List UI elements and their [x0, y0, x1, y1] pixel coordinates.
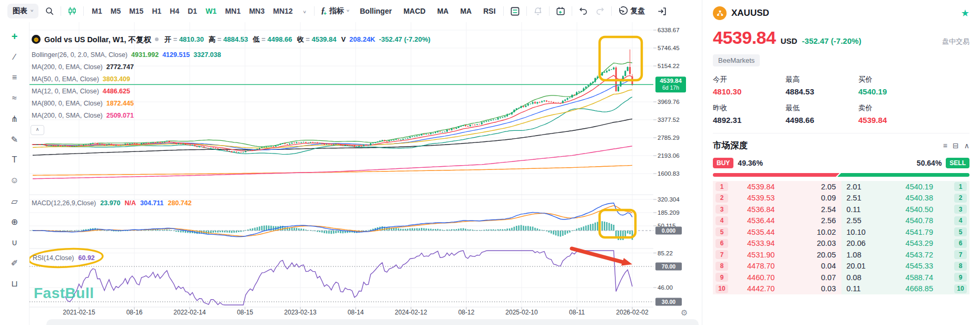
depth-row[interactable]: 34536.842.540.114540.503 [713, 204, 969, 215]
ma-legend-row[interactable]: MA(12, 0, EMA, Close)4486.625 [32, 87, 430, 95]
replay-button[interactable]: 复盘 [617, 5, 646, 17]
economic-calendar-button[interactable] [555, 5, 566, 17]
ask-price: 4588.74 [888, 273, 955, 282]
timeframe-m15[interactable]: M15 [126, 5, 146, 17]
sell-percent: 50.64% [917, 159, 942, 167]
equals-sign: = [173, 35, 179, 43]
ma-legend-row[interactable]: MA(200, 0, SMA, Close)2509.071 [32, 111, 430, 120]
stat-最低: 最低4498.66 [786, 103, 858, 125]
ma-legend-row[interactable]: MA(200, 0, EMA, Close)2772.747 [32, 63, 430, 71]
favorite-star-icon[interactable]: ★ [961, 7, 969, 19]
collapse-panel-button[interactable] [656, 5, 668, 17]
undo-button[interactable] [577, 5, 589, 17]
redo-button[interactable] [594, 5, 606, 17]
depth-collapse-icon[interactable]: ∧ [964, 141, 969, 150]
stat-value: 4539.84 [858, 116, 969, 125]
ma-legend-row[interactable]: MA(800, 0, EMA, Close)1872.445 [32, 99, 430, 108]
price-row: 4539.84 USD -352.47 (-7.20%) 盘中交易 [713, 27, 969, 48]
timeframe-m1[interactable]: M1 [89, 5, 104, 17]
candle-style-button[interactable] [66, 5, 78, 17]
indicator-button-rsi[interactable]: RSI [481, 5, 497, 17]
timeframe-w1[interactable]: W1 [203, 5, 219, 17]
collapsed-bottom-panel[interactable] [46, 319, 699, 325]
timeframe-mn12[interactable]: MN12 [270, 5, 295, 17]
svg-text:6338.67: 6338.67 [658, 27, 680, 33]
ohlc-value: 4810.30 [179, 35, 204, 43]
ask-rank-badge: 5 [954, 227, 967, 236]
pencil-tool[interactable]: ✐ [7, 256, 23, 270]
bid-price: 4535.44 [747, 228, 788, 236]
svg-text:2022-02-14: 2022-02-14 [173, 309, 206, 316]
timeframe-mn1[interactable]: MN1 [222, 5, 243, 17]
depth-list-view-icon[interactable]: ≡ [943, 141, 947, 150]
unlock-tool[interactable]: ⊔ [7, 276, 23, 290]
depth-row[interactable]: 14539.842.052.014540.191 [713, 181, 969, 193]
divider [503, 6, 504, 16]
bollinger-legend[interactable]: Bollinger(26, 0, 2.0, SMA, Close) 4931.9… [32, 51, 430, 59]
legend-collapse-button[interactable]: ∧ [31, 125, 44, 135]
chart-settings-gear-icon[interactable]: ⚙ [681, 308, 688, 318]
ohlc-item-1: 高 = 4884.53 [209, 35, 248, 44]
shape-tool[interactable]: ▱ [7, 194, 23, 208]
timeframe-m5[interactable]: M5 [108, 5, 123, 17]
replay-label: 复盘 [631, 6, 645, 16]
ask-volume: 2.51 [841, 194, 888, 202]
indicator-button-ma[interactable]: MA [435, 5, 451, 17]
timeframe-more[interactable]: ˅ [301, 5, 309, 17]
ma-value: 1872.445 [106, 99, 134, 108]
timeframe-h4[interactable]: H4 [167, 5, 182, 17]
depth-row[interactable]: 54535.4410.0210.104541.795 [713, 226, 969, 238]
macd-legend[interactable]: MACD(12,26,9,Close) 23.970 N/A 304.711 2… [32, 199, 192, 207]
depth-row[interactable]: 24539.530.092.514540.382 [713, 193, 969, 204]
alert-button[interactable] [532, 5, 544, 17]
depth-row[interactable]: 44536.442.562.554540.784 [713, 215, 969, 227]
depth-row[interactable]: 104442.700.030.114668.8510 [713, 283, 969, 295]
timeframe-mn3[interactable]: MN3 [247, 5, 268, 17]
ma-legend-row[interactable]: MA(50, 0, EMA, Close)3803.409 [32, 75, 430, 83]
ask-rank-badge: 10 [954, 284, 967, 293]
search-button[interactable] [44, 5, 55, 17]
broker-tag[interactable]: BeeMarkets [713, 54, 760, 66]
svg-text:6d 17h: 6d 17h [662, 84, 679, 91]
svg-text:3377.52: 3377.52 [658, 117, 680, 123]
indicators-menu[interactable]: ƒ+ 指标 ˅ [320, 5, 350, 17]
gold-coin-icon: ◍ [32, 35, 41, 44]
depth-row[interactable]: 94460.700.070.084588.749 [713, 272, 969, 283]
depth-panel-icon[interactable]: ⊟ [953, 141, 959, 150]
bid-price: 4442.70 [747, 284, 788, 293]
ask-price: 4543.72 [888, 251, 955, 259]
rsi-legend[interactable]: RSI(14,Close) 60.92 [33, 254, 95, 262]
divider [572, 6, 572, 16]
depth-row[interactable]: 84478.700.0420.014545.338 [713, 261, 969, 272]
macd-label: MACD(12,26,9,Close) [32, 199, 96, 207]
indicator-button-macd[interactable]: MACD [401, 5, 428, 17]
bid-rank-badge: 6 [716, 239, 728, 248]
trend-line-tool[interactable]: ∕ [7, 50, 23, 64]
bid-volume: 2.05 [788, 183, 841, 191]
text-tool[interactable]: T [7, 153, 23, 167]
depth-row[interactable]: 74531.9020.051.084543.727 [713, 249, 969, 261]
wave-tool[interactable]: ≈ [7, 91, 23, 105]
pitchfork-tool[interactable]: ⋔ [7, 112, 23, 126]
brush-tool[interactable]: ✎ [7, 132, 23, 146]
zoom-in-tool[interactable]: ⊕ [7, 215, 23, 228]
timeframe-h1[interactable]: H1 [149, 5, 164, 17]
indicator-button-bollinger[interactable]: Bollinger [358, 5, 394, 17]
emoji-tool[interactable]: ☺ [7, 174, 23, 187]
chart-type-menu[interactable]: 图表 ˅ [7, 4, 38, 18]
magnet-tool[interactable]: ∪ [7, 235, 23, 249]
depth-row[interactable]: 64533.9420.0320.064543.296 [713, 238, 969, 250]
layout-button[interactable] [509, 5, 521, 17]
chevron-down-icon: ˅ [31, 9, 33, 13]
ask-price: 4540.38 [888, 194, 955, 202]
macd-value-3: 304.711 [140, 199, 164, 207]
depth-bid-side: 84478.700.04 [713, 261, 841, 272]
indicator-button-ma[interactable]: MA [458, 5, 474, 17]
timeframe-d1[interactable]: D1 [185, 5, 200, 17]
channel-tool[interactable]: ≡ [7, 71, 23, 84]
bid-price: 4478.70 [747, 262, 788, 270]
crosshair-tool[interactable]: + [7, 30, 23, 43]
chevron-down-icon: ˅ [347, 9, 349, 13]
depth-bid-side: 104442.700.03 [713, 283, 841, 295]
bid-price: 4536.84 [747, 205, 788, 214]
